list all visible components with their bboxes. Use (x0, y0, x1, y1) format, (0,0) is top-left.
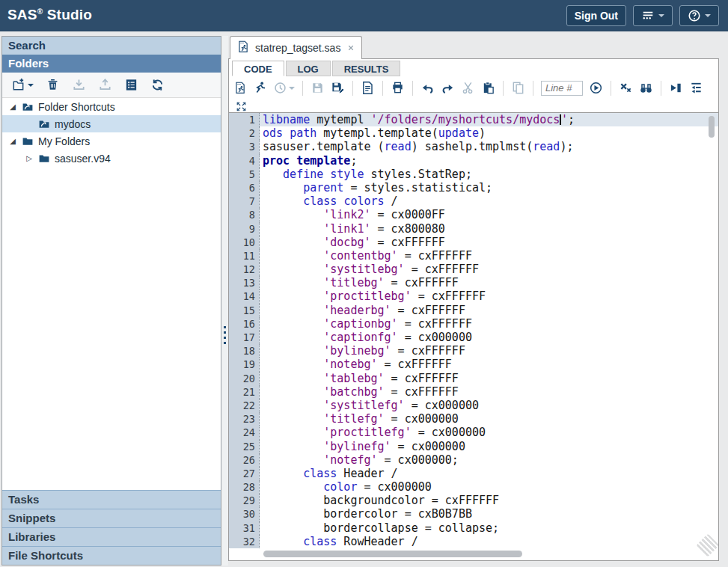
line-number: 6 (229, 181, 260, 194)
run-icon[interactable] (253, 81, 267, 95)
horizontal-scrollbar[interactable] (263, 551, 522, 557)
submit-selection-icon[interactable] (669, 81, 683, 95)
line-number: 18 (229, 344, 260, 358)
code-text[interactable]: 'link2' = cx0000FF (260, 208, 718, 221)
clear-code-icon[interactable] (619, 81, 633, 95)
code-text[interactable]: libname mytempl '/folders/myshortcuts/my… (260, 113, 718, 126)
tab-results[interactable]: RESULTS (332, 61, 401, 76)
toolbar-separator (661, 81, 661, 96)
vertical-scrollbar[interactable] (709, 116, 715, 138)
code-line-15: 15 'headerbg' = cxFFFFFF (229, 304, 718, 317)
tree-item-sasuser-v94[interactable]: ▷sasuser.v94 (2, 150, 221, 167)
section-folders[interactable]: Folders (2, 55, 221, 73)
section-snippets[interactable]: Snippets (2, 509, 221, 527)
code-text[interactable]: 'proctitlebg' = cxFFFFFF (260, 289, 718, 303)
code-text[interactable]: proc template; (260, 154, 718, 168)
code-line-26: 26 'notefg' = cx000000; (229, 453, 718, 467)
new-item-icon[interactable] (11, 78, 34, 92)
summary-icon[interactable] (361, 81, 375, 95)
refresh-icon[interactable] (150, 78, 165, 92)
code-line-11: 11 'contentbg' = cxFFFFFF (229, 249, 718, 263)
save-as-icon[interactable] (331, 81, 345, 95)
line-number: 17 (229, 331, 260, 344)
code-line-8: 8 'link2' = cx0000FF (229, 208, 718, 221)
help-button[interactable] (679, 5, 719, 26)
line-number: 20 (229, 372, 260, 385)
code-text[interactable]: 'titlefg' = cx000000 (260, 412, 718, 426)
code-text[interactable]: 'captionbg' = cxFFFFFF (260, 317, 718, 331)
sas-studio-window: SAS® Studio Sign Out Search Folders ◢Fol… (0, 0, 728, 567)
line-number: 10 (229, 236, 260, 249)
line-number-input[interactable] (541, 81, 583, 96)
tree-item-folder-shortcuts[interactable]: ◢Folder Shortcuts (2, 98, 221, 115)
code-line-31: 31 bordercollapse = collapse; (229, 521, 718, 535)
code-line-13: 13 'titlebg' = cxFFFFFF (229, 276, 718, 289)
chevron-down-icon (705, 14, 711, 20)
code-text[interactable]: 'bylinefg' = cx000000 (260, 440, 718, 453)
code-text[interactable]: class colors / (260, 194, 718, 208)
code-editor[interactable]: 1libname mytempl '/folders/myshortcuts/m… (229, 112, 718, 560)
undo-icon[interactable] (420, 81, 435, 95)
editor-toolbar (229, 76, 718, 99)
section-file-shortcuts[interactable]: File Shortcuts (2, 546, 221, 565)
code-line-3: 3sasuser.template (read) sashelp.tmplmst… (229, 140, 718, 153)
find-icon[interactable] (639, 81, 653, 95)
code-text[interactable]: 'proctitlefg' = cx000000 (260, 426, 718, 439)
code-text[interactable]: 'captionfg' = cx000000 (260, 331, 718, 344)
code-line-28: 28 color = cx000000 (229, 480, 718, 494)
code-text[interactable]: class RowHeader / (260, 535, 718, 548)
code-text[interactable]: color = cx000000 (260, 480, 718, 494)
tree-open-marker-icon[interactable]: ◢ (8, 137, 17, 145)
goto-line-icon[interactable] (589, 81, 603, 95)
code-text[interactable]: 'contentbg' = cxFFFFFF (260, 249, 718, 263)
code-text[interactable]: 'tablebg' = cxFFFFFF (260, 372, 718, 385)
cut-icon (461, 81, 475, 95)
sas-program-icon[interactable] (234, 82, 247, 94)
code-text[interactable]: 'systitlefg' = cx000000 (260, 399, 718, 412)
code-text[interactable]: 'docbg' = cxFFFFFF (260, 236, 718, 249)
code-line-2: 2ods path mytempl.template(update) (229, 126, 718, 140)
code-text[interactable]: 'notefg' = cx000000; (260, 453, 718, 467)
tree-closed-marker-icon[interactable]: ▷ (25, 154, 34, 162)
code-text[interactable]: class Header / (260, 467, 718, 480)
line-number: 31 (229, 521, 260, 535)
section-libraries[interactable]: Libraries (2, 527, 221, 546)
format-code-icon[interactable] (689, 81, 703, 95)
code-text[interactable]: define style styles.StatRep; (260, 168, 718, 181)
close-icon[interactable] (347, 44, 355, 52)
toolbar-separator (302, 81, 303, 96)
print-icon[interactable] (391, 81, 405, 95)
tab-statrep-tagset[interactable]: statrep_tagset.sas (230, 36, 362, 59)
code-text[interactable]: bordercolor = cxB0B7BB (260, 507, 718, 521)
code-text[interactable]: backgroundcolor = cxFFFFFF (260, 494, 718, 507)
code-text[interactable]: ods path mytempl.template(update) (260, 126, 718, 140)
tree-item-my-folders[interactable]: ◢My Folders (2, 132, 221, 150)
code-text[interactable]: 'notebg' = cxFFFFFF (260, 358, 718, 371)
tree-item-mydocs[interactable]: mydocs (2, 115, 221, 132)
code-text[interactable]: bordercollapse = collapse; (260, 521, 718, 535)
copy-icon (511, 81, 525, 95)
line-number: 8 (229, 208, 260, 221)
code-text[interactable]: 'link1' = cx800080 (260, 222, 718, 236)
delete-icon[interactable] (46, 78, 60, 92)
section-tasks[interactable]: Tasks (2, 490, 221, 509)
tree-open-marker-icon[interactable]: ◢ (8, 102, 17, 111)
pane-splitter[interactable] (221, 36, 228, 566)
code-text[interactable]: 'batchbg' = cxFFFFFF (260, 385, 718, 399)
code-line-16: 16 'captionbg' = cxFFFFFF (229, 317, 718, 331)
paste-icon[interactable] (481, 81, 495, 95)
tab-log[interactable]: LOG (286, 61, 331, 76)
sign-out-button[interactable]: Sign Out (566, 5, 626, 26)
code-text[interactable]: 'headerbg' = cxFFFFFF (260, 304, 718, 317)
code-text[interactable]: 'titlebg' = cxFFFFFF (260, 276, 718, 289)
code-text[interactable]: parent = styles.statistical; (260, 181, 718, 194)
code-text[interactable]: sasuser.template (read) sashelp.tmplmst(… (260, 140, 718, 153)
code-text[interactable]: 'bylinebg' = cxFFFFFF (260, 344, 718, 358)
app-menu-button[interactable] (633, 5, 673, 26)
code-text[interactable]: 'systitlebg' = cxFFFFFF (260, 263, 718, 276)
properties-icon[interactable] (124, 78, 138, 92)
history-icon (273, 81, 295, 95)
tab-code[interactable]: CODE (232, 61, 284, 76)
redo-icon[interactable] (441, 81, 455, 95)
section-search[interactable]: Search (2, 37, 221, 55)
